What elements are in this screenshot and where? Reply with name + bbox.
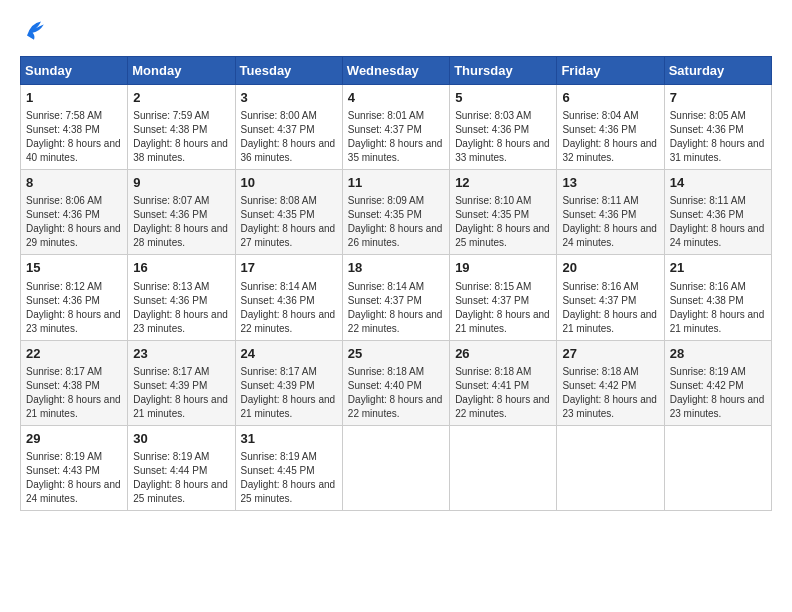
sunrise-text: Sunrise: 8:05 AM [670, 110, 746, 121]
calendar-week-row: 22 Sunrise: 8:17 AM Sunset: 4:38 PM Dayl… [21, 340, 772, 425]
daylight-text: Daylight: 8 hours and 24 minutes. [26, 479, 121, 504]
calendar-cell-day-16: 16 Sunrise: 8:13 AM Sunset: 4:36 PM Dayl… [128, 255, 235, 340]
calendar-cell-day-25: 25 Sunrise: 8:18 AM Sunset: 4:40 PM Dayl… [342, 340, 449, 425]
day-header-wednesday: Wednesday [342, 57, 449, 85]
calendar-week-row: 15 Sunrise: 8:12 AM Sunset: 4:36 PM Dayl… [21, 255, 772, 340]
sunrise-text: Sunrise: 8:16 AM [670, 281, 746, 292]
sunset-text: Sunset: 4:44 PM [133, 465, 207, 476]
day-number: 25 [348, 345, 444, 363]
logo [20, 16, 52, 44]
day-number: 8 [26, 174, 122, 192]
sunset-text: Sunset: 4:38 PM [670, 295, 744, 306]
sunrise-text: Sunrise: 8:18 AM [455, 366, 531, 377]
page-header [20, 16, 772, 44]
daylight-text: Daylight: 8 hours and 25 minutes. [455, 223, 550, 248]
daylight-text: Daylight: 8 hours and 27 minutes. [241, 223, 336, 248]
calendar-cell-day-29: 29 Sunrise: 8:19 AM Sunset: 4:43 PM Dayl… [21, 425, 128, 510]
day-header-saturday: Saturday [664, 57, 771, 85]
calendar-cell-day-22: 22 Sunrise: 8:17 AM Sunset: 4:38 PM Dayl… [21, 340, 128, 425]
day-number: 27 [562, 345, 658, 363]
day-number: 12 [455, 174, 551, 192]
sunset-text: Sunset: 4:36 PM [670, 209, 744, 220]
calendar-cell-day-10: 10 Sunrise: 8:08 AM Sunset: 4:35 PM Dayl… [235, 170, 342, 255]
sunrise-text: Sunrise: 8:08 AM [241, 195, 317, 206]
daylight-text: Daylight: 8 hours and 40 minutes. [26, 138, 121, 163]
sunrise-text: Sunrise: 8:17 AM [241, 366, 317, 377]
day-number: 26 [455, 345, 551, 363]
sunrise-text: Sunrise: 7:58 AM [26, 110, 102, 121]
sunrise-text: Sunrise: 8:12 AM [26, 281, 102, 292]
daylight-text: Daylight: 8 hours and 25 minutes. [133, 479, 228, 504]
day-number: 6 [562, 89, 658, 107]
daylight-text: Daylight: 8 hours and 29 minutes. [26, 223, 121, 248]
calendar-cell-day-18: 18 Sunrise: 8:14 AM Sunset: 4:37 PM Dayl… [342, 255, 449, 340]
day-number: 22 [26, 345, 122, 363]
calendar-table: SundayMondayTuesdayWednesdayThursdayFrid… [20, 56, 772, 511]
calendar-cell-day-1: 1 Sunrise: 7:58 AM Sunset: 4:38 PM Dayli… [21, 85, 128, 170]
daylight-text: Daylight: 8 hours and 33 minutes. [455, 138, 550, 163]
calendar-cell-day-3: 3 Sunrise: 8:00 AM Sunset: 4:37 PM Dayli… [235, 85, 342, 170]
sunrise-text: Sunrise: 8:00 AM [241, 110, 317, 121]
daylight-text: Daylight: 8 hours and 36 minutes. [241, 138, 336, 163]
calendar-cell-day-4: 4 Sunrise: 8:01 AM Sunset: 4:37 PM Dayli… [342, 85, 449, 170]
sunrise-text: Sunrise: 8:19 AM [241, 451, 317, 462]
calendar-cell-day-12: 12 Sunrise: 8:10 AM Sunset: 4:35 PM Dayl… [450, 170, 557, 255]
sunset-text: Sunset: 4:38 PM [133, 124, 207, 135]
sunset-text: Sunset: 4:43 PM [26, 465, 100, 476]
calendar-cell-day-14: 14 Sunrise: 8:11 AM Sunset: 4:36 PM Dayl… [664, 170, 771, 255]
sunset-text: Sunset: 4:38 PM [26, 124, 100, 135]
logo-bird-icon [20, 16, 48, 44]
sunrise-text: Sunrise: 8:06 AM [26, 195, 102, 206]
calendar-cell-day-17: 17 Sunrise: 8:14 AM Sunset: 4:36 PM Dayl… [235, 255, 342, 340]
calendar-week-row: 29 Sunrise: 8:19 AM Sunset: 4:43 PM Dayl… [21, 425, 772, 510]
calendar-cell-day-9: 9 Sunrise: 8:07 AM Sunset: 4:36 PM Dayli… [128, 170, 235, 255]
daylight-text: Daylight: 8 hours and 21 minutes. [26, 394, 121, 419]
daylight-text: Daylight: 8 hours and 24 minutes. [670, 223, 765, 248]
daylight-text: Daylight: 8 hours and 23 minutes. [670, 394, 765, 419]
day-number: 18 [348, 259, 444, 277]
sunset-text: Sunset: 4:36 PM [241, 295, 315, 306]
daylight-text: Daylight: 8 hours and 28 minutes. [133, 223, 228, 248]
day-header-tuesday: Tuesday [235, 57, 342, 85]
sunrise-text: Sunrise: 8:14 AM [348, 281, 424, 292]
sunset-text: Sunset: 4:36 PM [455, 124, 529, 135]
sunrise-text: Sunrise: 8:11 AM [562, 195, 638, 206]
sunrise-text: Sunrise: 8:04 AM [562, 110, 638, 121]
sunrise-text: Sunrise: 8:01 AM [348, 110, 424, 121]
day-number: 29 [26, 430, 122, 448]
empty-cell [342, 425, 449, 510]
sunset-text: Sunset: 4:37 PM [348, 124, 422, 135]
daylight-text: Daylight: 8 hours and 23 minutes. [133, 309, 228, 334]
daylight-text: Daylight: 8 hours and 24 minutes. [562, 223, 657, 248]
daylight-text: Daylight: 8 hours and 31 minutes. [670, 138, 765, 163]
sunrise-text: Sunrise: 8:18 AM [562, 366, 638, 377]
calendar-cell-day-8: 8 Sunrise: 8:06 AM Sunset: 4:36 PM Dayli… [21, 170, 128, 255]
calendar-cell-day-26: 26 Sunrise: 8:18 AM Sunset: 4:41 PM Dayl… [450, 340, 557, 425]
empty-cell [664, 425, 771, 510]
empty-cell [557, 425, 664, 510]
sunrise-text: Sunrise: 8:19 AM [26, 451, 102, 462]
daylight-text: Daylight: 8 hours and 21 minutes. [133, 394, 228, 419]
day-number: 23 [133, 345, 229, 363]
sunrise-text: Sunrise: 8:17 AM [26, 366, 102, 377]
daylight-text: Daylight: 8 hours and 25 minutes. [241, 479, 336, 504]
day-header-monday: Monday [128, 57, 235, 85]
sunset-text: Sunset: 4:36 PM [670, 124, 744, 135]
calendar-cell-day-24: 24 Sunrise: 8:17 AM Sunset: 4:39 PM Dayl… [235, 340, 342, 425]
calendar-cell-day-6: 6 Sunrise: 8:04 AM Sunset: 4:36 PM Dayli… [557, 85, 664, 170]
sunrise-text: Sunrise: 8:07 AM [133, 195, 209, 206]
daylight-text: Daylight: 8 hours and 21 minutes. [670, 309, 765, 334]
day-header-friday: Friday [557, 57, 664, 85]
calendar-week-row: 8 Sunrise: 8:06 AM Sunset: 4:36 PM Dayli… [21, 170, 772, 255]
day-number: 15 [26, 259, 122, 277]
calendar-cell-day-13: 13 Sunrise: 8:11 AM Sunset: 4:36 PM Dayl… [557, 170, 664, 255]
sunset-text: Sunset: 4:40 PM [348, 380, 422, 391]
sunrise-text: Sunrise: 8:09 AM [348, 195, 424, 206]
sunset-text: Sunset: 4:36 PM [562, 209, 636, 220]
calendar-cell-day-15: 15 Sunrise: 8:12 AM Sunset: 4:36 PM Dayl… [21, 255, 128, 340]
sunset-text: Sunset: 4:37 PM [455, 295, 529, 306]
empty-cell [450, 425, 557, 510]
day-number: 14 [670, 174, 766, 192]
daylight-text: Daylight: 8 hours and 32 minutes. [562, 138, 657, 163]
daylight-text: Daylight: 8 hours and 35 minutes. [348, 138, 443, 163]
